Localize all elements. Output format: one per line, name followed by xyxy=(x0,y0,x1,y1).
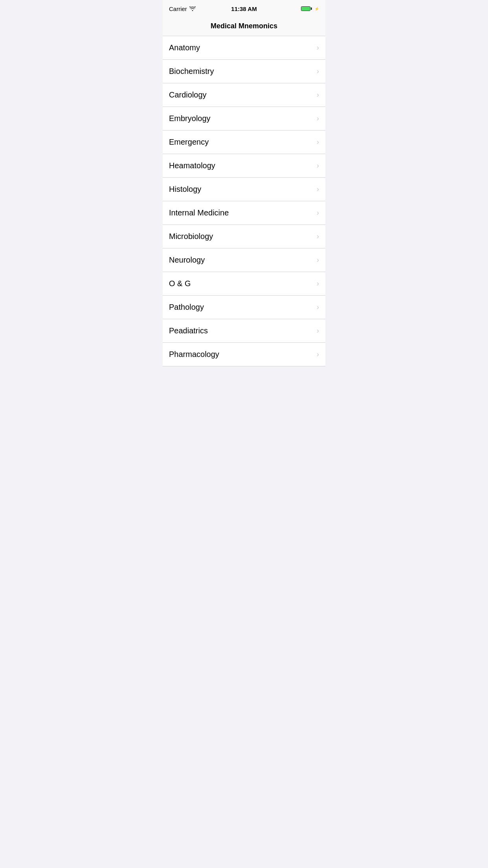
list-item-emergency[interactable]: Emergency› xyxy=(163,131,325,154)
list-item-label-emergency: Emergency xyxy=(169,138,209,147)
chevron-right-icon: › xyxy=(317,44,319,52)
list-item-cardiology[interactable]: Cardiology› xyxy=(163,83,325,107)
list-item-anatomy[interactable]: Anatomy› xyxy=(163,36,325,60)
chevron-right-icon: › xyxy=(317,232,319,241)
list-item-label-biochemistry: Biochemistry xyxy=(169,67,214,76)
chevron-right-icon: › xyxy=(317,162,319,170)
status-bar: Carrier 11:38 AM ⚡ xyxy=(163,0,325,17)
chevron-right-icon: › xyxy=(317,185,319,193)
chevron-right-icon: › xyxy=(317,209,319,217)
chevron-right-icon: › xyxy=(317,303,319,311)
chevron-right-icon: › xyxy=(317,67,319,75)
list-item-label-peadiatrics: Peadiatrics xyxy=(169,326,208,335)
list-item-label-embryology: Embryology xyxy=(169,114,211,123)
list-item-heamatology[interactable]: Heamatology› xyxy=(163,154,325,178)
battery-indicator xyxy=(301,6,312,11)
list-item-label-neurology: Neurology xyxy=(169,256,205,265)
list-item-biochemistry[interactable]: Biochemistry› xyxy=(163,60,325,83)
battery-body xyxy=(301,6,310,11)
chevron-right-icon: › xyxy=(317,327,319,335)
chevron-right-icon: › xyxy=(317,256,319,264)
list-item-label-histology: Histology xyxy=(169,185,201,194)
list-item-histology[interactable]: Histology› xyxy=(163,178,325,201)
chevron-right-icon: › xyxy=(317,114,319,123)
list-item-label-microbiology: Microbiology xyxy=(169,232,213,241)
chevron-right-icon: › xyxy=(317,280,319,288)
status-battery: ⚡ xyxy=(301,6,319,11)
chevron-right-icon: › xyxy=(317,91,319,99)
category-list: Anatomy›Biochemistry›Cardiology›Embryolo… xyxy=(163,36,325,366)
list-item-embryology[interactable]: Embryology› xyxy=(163,107,325,131)
chevron-right-icon: › xyxy=(317,138,319,146)
list-item-label-cardiology: Cardiology xyxy=(169,90,207,99)
wifi-icon xyxy=(189,6,196,11)
list-item-pathology[interactable]: Pathology› xyxy=(163,296,325,319)
navigation-bar: Medical Mnemonics xyxy=(163,17,325,36)
battery-tip xyxy=(311,7,312,10)
status-time: 11:38 AM xyxy=(231,6,257,12)
chevron-right-icon: › xyxy=(317,350,319,359)
list-item-label-heamatology: Heamatology xyxy=(169,161,215,170)
list-item-internal-medicine[interactable]: Internal Medicine› xyxy=(163,201,325,225)
carrier-label: Carrier xyxy=(169,6,187,12)
list-item-label-o-and-g: O & G xyxy=(169,279,191,288)
page-title: Medical Mnemonics xyxy=(211,22,277,30)
list-item-o-and-g[interactable]: O & G› xyxy=(163,272,325,296)
list-item-label-pathology: Pathology xyxy=(169,303,204,312)
list-item-label-pharmacology: Pharmacology xyxy=(169,350,219,359)
list-item-microbiology[interactable]: Microbiology› xyxy=(163,225,325,248)
list-item-label-anatomy: Anatomy xyxy=(169,43,200,52)
list-item-pharmacology[interactable]: Pharmacology› xyxy=(163,343,325,366)
list-item-label-internal-medicine: Internal Medicine xyxy=(169,208,229,217)
list-item-neurology[interactable]: Neurology› xyxy=(163,248,325,272)
charging-bolt-icon: ⚡ xyxy=(314,7,319,11)
status-carrier: Carrier xyxy=(169,6,196,12)
list-item-peadiatrics[interactable]: Peadiatrics› xyxy=(163,319,325,343)
